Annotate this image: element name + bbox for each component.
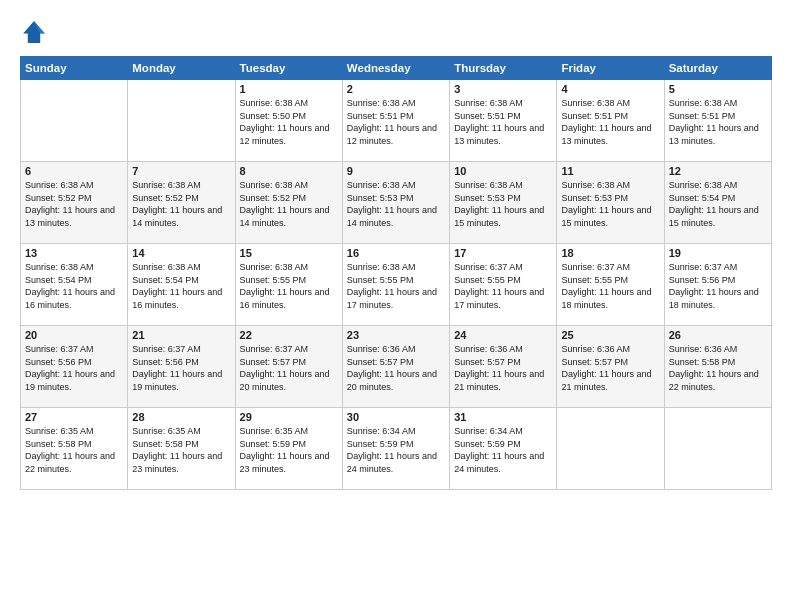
- calendar-cell: 3Sunrise: 6:38 AM Sunset: 5:51 PM Daylig…: [450, 80, 557, 162]
- weekday-header-monday: Monday: [128, 57, 235, 80]
- cell-content: Sunrise: 6:37 AM Sunset: 5:55 PM Dayligh…: [561, 261, 659, 311]
- day-number: 22: [240, 329, 338, 341]
- calendar-cell: 11Sunrise: 6:38 AM Sunset: 5:53 PM Dayli…: [557, 162, 664, 244]
- calendar-cell: 20Sunrise: 6:37 AM Sunset: 5:56 PM Dayli…: [21, 326, 128, 408]
- calendar-cell: 5Sunrise: 6:38 AM Sunset: 5:51 PM Daylig…: [664, 80, 771, 162]
- cell-content: Sunrise: 6:38 AM Sunset: 5:53 PM Dayligh…: [454, 179, 552, 229]
- calendar-cell: 10Sunrise: 6:38 AM Sunset: 5:53 PM Dayli…: [450, 162, 557, 244]
- calendar-cell: 6Sunrise: 6:38 AM Sunset: 5:52 PM Daylig…: [21, 162, 128, 244]
- calendar-cell: 22Sunrise: 6:37 AM Sunset: 5:57 PM Dayli…: [235, 326, 342, 408]
- calendar-cell: 18Sunrise: 6:37 AM Sunset: 5:55 PM Dayli…: [557, 244, 664, 326]
- calendar: SundayMondayTuesdayWednesdayThursdayFrid…: [20, 56, 772, 490]
- weekday-header-tuesday: Tuesday: [235, 57, 342, 80]
- calendar-cell: 24Sunrise: 6:36 AM Sunset: 5:57 PM Dayli…: [450, 326, 557, 408]
- logo: [20, 18, 52, 46]
- day-number: 14: [132, 247, 230, 259]
- calendar-cell: 30Sunrise: 6:34 AM Sunset: 5:59 PM Dayli…: [342, 408, 449, 490]
- calendar-cell: 21Sunrise: 6:37 AM Sunset: 5:56 PM Dayli…: [128, 326, 235, 408]
- cell-content: Sunrise: 6:37 AM Sunset: 5:56 PM Dayligh…: [669, 261, 767, 311]
- day-number: 10: [454, 165, 552, 177]
- weekday-header-thursday: Thursday: [450, 57, 557, 80]
- cell-content: Sunrise: 6:38 AM Sunset: 5:53 PM Dayligh…: [347, 179, 445, 229]
- day-number: 28: [132, 411, 230, 423]
- weekday-header-sunday: Sunday: [21, 57, 128, 80]
- calendar-cell: 4Sunrise: 6:38 AM Sunset: 5:51 PM Daylig…: [557, 80, 664, 162]
- calendar-cell: 19Sunrise: 6:37 AM Sunset: 5:56 PM Dayli…: [664, 244, 771, 326]
- day-number: 16: [347, 247, 445, 259]
- cell-content: Sunrise: 6:38 AM Sunset: 5:51 PM Dayligh…: [347, 97, 445, 147]
- cell-content: Sunrise: 6:37 AM Sunset: 5:56 PM Dayligh…: [25, 343, 123, 393]
- day-number: 2: [347, 83, 445, 95]
- cell-content: Sunrise: 6:37 AM Sunset: 5:57 PM Dayligh…: [240, 343, 338, 393]
- weekday-header-saturday: Saturday: [664, 57, 771, 80]
- cell-content: Sunrise: 6:38 AM Sunset: 5:50 PM Dayligh…: [240, 97, 338, 147]
- week-row-5: 27Sunrise: 6:35 AM Sunset: 5:58 PM Dayli…: [21, 408, 772, 490]
- day-number: 21: [132, 329, 230, 341]
- cell-content: Sunrise: 6:34 AM Sunset: 5:59 PM Dayligh…: [454, 425, 552, 475]
- calendar-cell: 17Sunrise: 6:37 AM Sunset: 5:55 PM Dayli…: [450, 244, 557, 326]
- cell-content: Sunrise: 6:36 AM Sunset: 5:58 PM Dayligh…: [669, 343, 767, 393]
- calendar-cell: 29Sunrise: 6:35 AM Sunset: 5:59 PM Dayli…: [235, 408, 342, 490]
- logo-icon: [20, 18, 48, 46]
- day-number: 11: [561, 165, 659, 177]
- day-number: 7: [132, 165, 230, 177]
- cell-content: Sunrise: 6:38 AM Sunset: 5:52 PM Dayligh…: [132, 179, 230, 229]
- day-number: 8: [240, 165, 338, 177]
- week-row-2: 6Sunrise: 6:38 AM Sunset: 5:52 PM Daylig…: [21, 162, 772, 244]
- day-number: 29: [240, 411, 338, 423]
- day-number: 9: [347, 165, 445, 177]
- calendar-cell: 26Sunrise: 6:36 AM Sunset: 5:58 PM Dayli…: [664, 326, 771, 408]
- calendar-cell: 15Sunrise: 6:38 AM Sunset: 5:55 PM Dayli…: [235, 244, 342, 326]
- cell-content: Sunrise: 6:38 AM Sunset: 5:54 PM Dayligh…: [132, 261, 230, 311]
- calendar-cell: [664, 408, 771, 490]
- calendar-cell: 25Sunrise: 6:36 AM Sunset: 5:57 PM Dayli…: [557, 326, 664, 408]
- cell-content: Sunrise: 6:38 AM Sunset: 5:54 PM Dayligh…: [669, 179, 767, 229]
- day-number: 23: [347, 329, 445, 341]
- cell-content: Sunrise: 6:37 AM Sunset: 5:56 PM Dayligh…: [132, 343, 230, 393]
- day-number: 1: [240, 83, 338, 95]
- cell-content: Sunrise: 6:38 AM Sunset: 5:52 PM Dayligh…: [25, 179, 123, 229]
- calendar-cell: 1Sunrise: 6:38 AM Sunset: 5:50 PM Daylig…: [235, 80, 342, 162]
- calendar-cell: 9Sunrise: 6:38 AM Sunset: 5:53 PM Daylig…: [342, 162, 449, 244]
- day-number: 3: [454, 83, 552, 95]
- day-number: 6: [25, 165, 123, 177]
- calendar-cell: 28Sunrise: 6:35 AM Sunset: 5:58 PM Dayli…: [128, 408, 235, 490]
- cell-content: Sunrise: 6:36 AM Sunset: 5:57 PM Dayligh…: [561, 343, 659, 393]
- cell-content: Sunrise: 6:38 AM Sunset: 5:51 PM Dayligh…: [669, 97, 767, 147]
- week-row-1: 1Sunrise: 6:38 AM Sunset: 5:50 PM Daylig…: [21, 80, 772, 162]
- day-number: 26: [669, 329, 767, 341]
- calendar-cell: 13Sunrise: 6:38 AM Sunset: 5:54 PM Dayli…: [21, 244, 128, 326]
- day-number: 24: [454, 329, 552, 341]
- week-row-3: 13Sunrise: 6:38 AM Sunset: 5:54 PM Dayli…: [21, 244, 772, 326]
- day-number: 25: [561, 329, 659, 341]
- cell-content: Sunrise: 6:35 AM Sunset: 5:58 PM Dayligh…: [132, 425, 230, 475]
- day-number: 17: [454, 247, 552, 259]
- cell-content: Sunrise: 6:38 AM Sunset: 5:53 PM Dayligh…: [561, 179, 659, 229]
- cell-content: Sunrise: 6:38 AM Sunset: 5:54 PM Dayligh…: [25, 261, 123, 311]
- calendar-cell: 23Sunrise: 6:36 AM Sunset: 5:57 PM Dayli…: [342, 326, 449, 408]
- cell-content: Sunrise: 6:36 AM Sunset: 5:57 PM Dayligh…: [347, 343, 445, 393]
- cell-content: Sunrise: 6:38 AM Sunset: 5:51 PM Dayligh…: [454, 97, 552, 147]
- calendar-cell: 14Sunrise: 6:38 AM Sunset: 5:54 PM Dayli…: [128, 244, 235, 326]
- calendar-cell: 12Sunrise: 6:38 AM Sunset: 5:54 PM Dayli…: [664, 162, 771, 244]
- day-number: 5: [669, 83, 767, 95]
- day-number: 18: [561, 247, 659, 259]
- cell-content: Sunrise: 6:38 AM Sunset: 5:55 PM Dayligh…: [240, 261, 338, 311]
- day-number: 27: [25, 411, 123, 423]
- day-number: 20: [25, 329, 123, 341]
- cell-content: Sunrise: 6:36 AM Sunset: 5:57 PM Dayligh…: [454, 343, 552, 393]
- calendar-cell: [557, 408, 664, 490]
- cell-content: Sunrise: 6:34 AM Sunset: 5:59 PM Dayligh…: [347, 425, 445, 475]
- calendar-cell: 27Sunrise: 6:35 AM Sunset: 5:58 PM Dayli…: [21, 408, 128, 490]
- day-number: 15: [240, 247, 338, 259]
- day-number: 13: [25, 247, 123, 259]
- calendar-cell: [21, 80, 128, 162]
- calendar-cell: 7Sunrise: 6:38 AM Sunset: 5:52 PM Daylig…: [128, 162, 235, 244]
- header: [20, 18, 772, 46]
- calendar-cell: 16Sunrise: 6:38 AM Sunset: 5:55 PM Dayli…: [342, 244, 449, 326]
- calendar-cell: 8Sunrise: 6:38 AM Sunset: 5:52 PM Daylig…: [235, 162, 342, 244]
- weekday-header-friday: Friday: [557, 57, 664, 80]
- week-row-4: 20Sunrise: 6:37 AM Sunset: 5:56 PM Dayli…: [21, 326, 772, 408]
- page: SundayMondayTuesdayWednesdayThursdayFrid…: [0, 0, 792, 612]
- day-number: 4: [561, 83, 659, 95]
